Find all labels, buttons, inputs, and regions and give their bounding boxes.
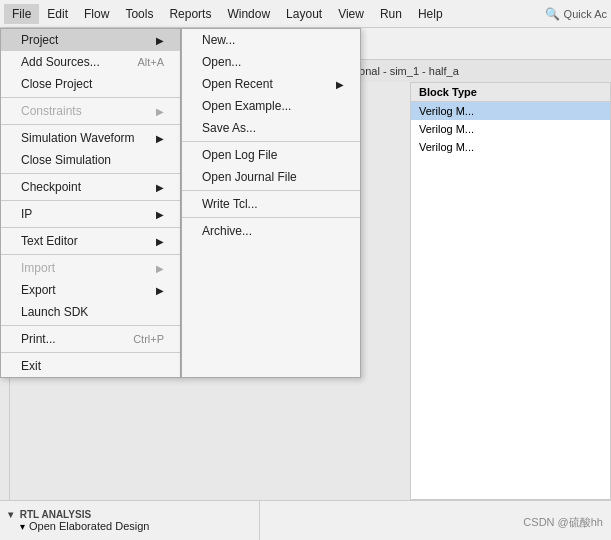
- menu-tools[interactable]: Tools: [117, 4, 161, 24]
- menu-help[interactable]: Help: [410, 4, 451, 24]
- submenu-item-save-as[interactable]: Save As...: [182, 117, 360, 139]
- submenu-item-open-recent[interactable]: Open Recent ▶: [182, 73, 360, 95]
- proj-sep3: [182, 217, 360, 218]
- menu-item-export[interactable]: Export ▶: [1, 279, 180, 301]
- submenu-item-open-example[interactable]: Open Example...: [182, 95, 360, 117]
- menu-item-launch-sdk[interactable]: Launch SDK: [1, 301, 180, 323]
- open-elaborated-design-label: Open Elaborated Design: [29, 520, 149, 532]
- proj-sep1: [182, 141, 360, 142]
- menu-edit[interactable]: Edit: [39, 4, 76, 24]
- file-dropdown-overlay: Project ▶ Add Sources... Alt+A Close Pro…: [0, 28, 361, 378]
- sep5: [1, 227, 180, 228]
- sep1: [1, 97, 180, 98]
- menu-run[interactable]: Run: [372, 4, 410, 24]
- submenu-arrow-recent: ▶: [336, 79, 344, 90]
- bottom-area: ▾ RTL ANALYSIS ▾ Open Elaborated Design: [0, 500, 611, 540]
- menu-item-ip[interactable]: IP ▶: [1, 203, 180, 225]
- menu-view[interactable]: View: [330, 4, 372, 24]
- menu-item-text-editor[interactable]: Text Editor ▶: [1, 230, 180, 252]
- submenu-item-archive[interactable]: Archive...: [182, 220, 360, 242]
- submenu-arrow-sim: ▶: [156, 133, 164, 144]
- menu-file[interactable]: File: [4, 4, 39, 24]
- menu-window[interactable]: Window: [219, 4, 278, 24]
- block-type-row-0[interactable]: Verilog M...: [411, 102, 610, 120]
- submenu-item-write-tcl[interactable]: Write Tcl...: [182, 193, 360, 215]
- submenu-item-open[interactable]: Open...: [182, 51, 360, 73]
- menubar-right: 🔍 Quick Ac: [545, 7, 607, 21]
- submenu-item-open-log[interactable]: Open Log File: [182, 144, 360, 166]
- menu-item-simulation-waveform[interactable]: Simulation Waveform ▶: [1, 127, 180, 149]
- sep6: [1, 254, 180, 255]
- block-type-panel: Block Type Verilog M... Verilog M... Ver…: [410, 82, 611, 500]
- rtl-analysis-title: ▾ RTL ANALYSIS: [8, 509, 259, 520]
- block-type-row-1[interactable]: Verilog M...: [411, 120, 610, 138]
- menu-item-constraints: Constraints ▶: [1, 100, 180, 122]
- watermark-text: CSDN @硫酸hh: [523, 515, 603, 530]
- block-type-header: Block Type: [411, 83, 610, 102]
- sep4: [1, 200, 180, 201]
- menu-item-checkpoint[interactable]: Checkpoint ▶: [1, 176, 180, 198]
- project-submenu: New... Open... Open Recent ▶ Open Exampl…: [181, 28, 361, 378]
- proj-sep2: [182, 190, 360, 191]
- menu-item-exit[interactable]: Exit: [1, 355, 180, 377]
- submenu-arrow-text-editor: ▶: [156, 236, 164, 247]
- submenu-arrow-constraints: ▶: [156, 106, 164, 117]
- menu-item-print[interactable]: Print... Ctrl+P: [1, 328, 180, 350]
- search-icon: 🔍: [545, 7, 560, 21]
- sep3: [1, 173, 180, 174]
- submenu-arrow-checkpoint: ▶: [156, 182, 164, 193]
- block-type-row-2[interactable]: Verilog M...: [411, 138, 610, 156]
- menu-item-close-project[interactable]: Close Project: [1, 73, 180, 95]
- menu-layout[interactable]: Layout: [278, 4, 330, 24]
- menu-reports[interactable]: Reports: [161, 4, 219, 24]
- bottom-left-panel: ▾ RTL ANALYSIS ▾ Open Elaborated Design: [0, 501, 260, 540]
- menubar: File Edit Flow Tools Reports Window Layo…: [0, 0, 611, 28]
- open-elaborated-design-item[interactable]: ▾ Open Elaborated Design: [8, 520, 259, 532]
- menu-item-project[interactable]: Project ▶: [1, 29, 180, 51]
- submenu-arrow-project: ▶: [156, 35, 164, 46]
- submenu-item-open-journal[interactable]: Open Journal File: [182, 166, 360, 188]
- menu-item-import: Import ▶: [1, 257, 180, 279]
- submenu-arrow-import: ▶: [156, 263, 164, 274]
- menu-flow[interactable]: Flow: [76, 4, 117, 24]
- quick-access-label: Quick Ac: [564, 8, 607, 20]
- submenu-arrow-export: ▶: [156, 285, 164, 296]
- add-sources-shortcut: Alt+A: [137, 56, 164, 68]
- menu-item-close-simulation[interactable]: Close Simulation: [1, 149, 180, 171]
- print-shortcut: Ctrl+P: [133, 333, 164, 345]
- sep8: [1, 352, 180, 353]
- menu-item-add-sources[interactable]: Add Sources... Alt+A: [1, 51, 180, 73]
- sep7: [1, 325, 180, 326]
- sep2: [1, 124, 180, 125]
- submenu-item-new[interactable]: New...: [182, 29, 360, 51]
- submenu-arrow-ip: ▶: [156, 209, 164, 220]
- file-menu: Project ▶ Add Sources... Alt+A Close Pro…: [0, 28, 181, 378]
